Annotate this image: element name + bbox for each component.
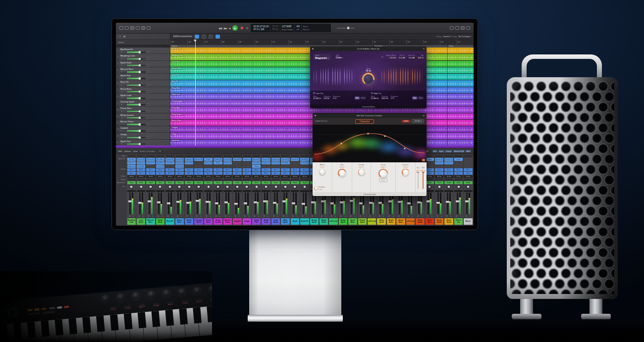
keyboard-button[interactable] [27,309,32,311]
channel-name[interactable]: Synth Lead [262,218,270,225]
track-filter-icon[interactable]: ▤ [123,35,125,38]
channel-name[interactable]: Synth Bass [348,218,357,225]
volume-fader[interactable] [234,203,238,205]
channel-group-slot[interactable] [454,179,463,181]
volume-fader[interactable] [456,200,459,202]
mute-button[interactable]: M [359,215,362,218]
solo-button[interactable]: S [267,215,270,218]
pan-knob[interactable] [158,185,162,189]
distance-knob[interactable] [402,169,409,176]
automation-mode-button[interactable]: Read [127,181,136,184]
send-slot[interactable]: Bus 2 [300,172,309,175]
mute-button[interactable]: M [387,215,391,218]
audio-fx-slot[interactable]: Channel EQ [444,158,453,161]
mixer-channel-strip[interactable]: Channel EQ Compressor Tape Delay Bus 1 B… [175,154,184,225]
channel-name[interactable]: Brass Synth [444,218,453,225]
volume-fader-track[interactable] [428,193,429,214]
send-slot[interactable]: Bus 1 [127,168,136,171]
send-slot[interactable]: Bus 1 [252,168,261,171]
channel-name[interactable]: Lead Synth [137,218,145,225]
high-cut-pre-button[interactable]: Pre [412,97,417,99]
send-slot[interactable]: Bus 1 [156,168,164,171]
send-slot[interactable]: Bus 2 [165,172,174,175]
pan-knob[interactable] [447,185,451,189]
automation-mode-button[interactable]: Read [426,181,434,184]
audio-fx-slot[interactable]: Ensemble [252,161,261,164]
track-header[interactable]: 5 Synth Pad M S [116,74,170,80]
volume-fader-track[interactable] [207,193,208,214]
mixer-channel-strip[interactable]: Channel EQ Bus 1 Bus 2 St Out Read [194,154,203,225]
editors-icon[interactable] [136,26,140,30]
solo-button[interactable]: S [228,215,231,218]
bypass-below-field[interactable]: Bypass Below120 Hz [386,54,396,59]
mute-button[interactable]: M [349,215,352,218]
track-volume-slider[interactable] [127,137,146,139]
pan-knob[interactable] [283,185,287,189]
channel-group-slot[interactable] [444,179,453,181]
dry-slider[interactable] [418,172,419,189]
mixer-channel-strip[interactable]: Compressor Bus 1 Bus 2 St Out Read [242,154,251,225]
pan-knob[interactable] [264,185,268,189]
send-slot[interactable]: Bus 1 [426,168,434,171]
channel-name[interactable]: Massive Bass [146,218,155,225]
channel-input-slot[interactable] [146,155,155,157]
share-icon[interactable] [466,26,470,30]
channel-input-slot[interactable] [426,155,434,157]
track-pan-knob[interactable] [147,130,149,132]
track-volume-slider[interactable] [127,85,146,86]
send-slot[interactable]: Bus 1 [300,168,309,171]
solo-button[interactable]: S [124,51,126,53]
tool-icon[interactable] [147,26,151,30]
bypass-icon[interactable]: ◎ [381,55,383,58]
solo-button[interactable]: S [353,215,356,218]
pan-knob[interactable] [177,185,181,189]
track-name[interactable]: Synth Hook [120,61,169,64]
audio-fx-slot[interactable]: Compressor [262,161,270,164]
mute-button[interactable]: M [301,215,304,218]
mute-button[interactable]: M [416,215,420,218]
menu-item[interactable]: Functions [177,35,187,38]
track-header[interactable]: 1 Big Room Kit M S [116,48,170,53]
solo-button[interactable]: S [276,215,279,218]
mute-button[interactable]: M [147,215,151,218]
channel-group-slot[interactable] [262,179,270,181]
freeze-button[interactable]: Freeze [379,179,387,182]
mixer-channel-strip[interactable]: Channel EQ Compressor Bus 1 Bus 2 St Out… [223,154,232,225]
audio-fx-slot[interactable]: Chorus [252,165,261,168]
track-name[interactable]: Conga [120,133,169,136]
solo-button[interactable]: S [151,215,155,218]
track-header[interactable]: 3 Synth Hook M S [116,61,170,67]
volume-fader[interactable] [436,202,440,204]
mute-button[interactable]: M [137,215,141,218]
audio-fx-slot[interactable]: Tape Delay [175,165,184,168]
mute-button[interactable]: M [120,91,123,93]
volume-fader[interactable] [138,202,142,204]
volume-fader-track[interactable] [457,193,458,214]
channel-name[interactable]: Pulse Bass [426,218,434,225]
attack-knob[interactable] [319,169,325,175]
solo-button[interactable]: S [124,123,126,126]
audio-fx-slot[interactable]: Ensemble [281,161,289,164]
window-close-icon[interactable] [312,48,314,49]
channel-output-slot[interactable]: St Out [146,175,155,178]
sends-on-faders-off[interactable]: Off [158,150,162,152]
send-slot[interactable]: Bus 2 [252,172,261,175]
audio-fx-slot[interactable]: Channel EQ [281,158,289,161]
track-pan-knob[interactable] [147,136,149,139]
model-selector[interactable]: Model Magnetic ▾ [313,54,331,60]
automation-mode-button[interactable]: Read [291,181,299,184]
channel-output-slot[interactable]: St Out [137,175,145,178]
channel-name[interactable]: String Quartet [214,218,222,225]
mute-button[interactable]: M [120,64,123,67]
pan-knob[interactable] [235,185,239,189]
send-slot[interactable]: Bus 1 [165,168,174,171]
mixer-filter-button[interactable]: MIDI [465,150,471,152]
solo-button[interactable]: S [124,91,126,93]
channel-name[interactable]: Synth FX [300,218,309,225]
pan-knob[interactable] [168,185,172,189]
solo-button[interactable]: S [124,64,126,67]
volume-fader-track[interactable] [447,193,448,214]
channel-name[interactable]: Arena Synth [435,218,443,225]
track-pan-knob[interactable] [147,97,149,99]
drag-menu[interactable]: No Overlap ▾ [459,35,471,38]
